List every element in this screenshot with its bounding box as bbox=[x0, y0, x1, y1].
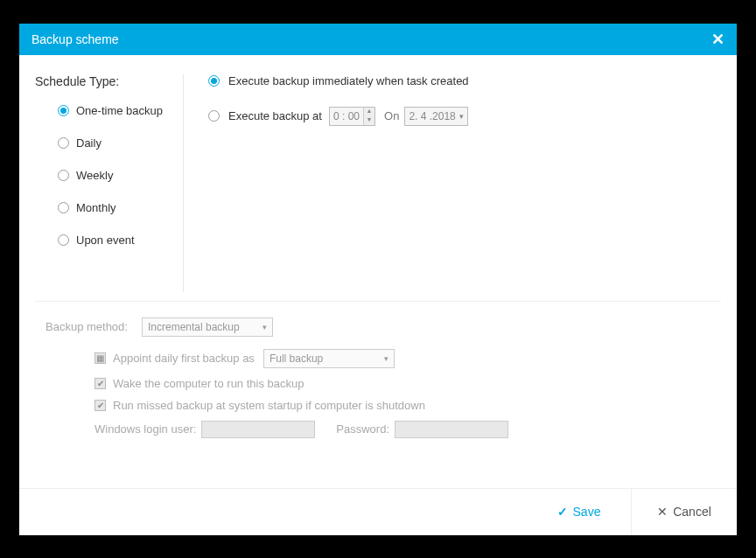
schedule-type-heading: Schedule Type: bbox=[35, 74, 183, 88]
radio-label: Weekly bbox=[76, 169, 113, 182]
date-input[interactable]: 2. 4 .2018 ▾ bbox=[404, 107, 467, 126]
backup-method-row: Backup method: Incremental backup ▾ bbox=[46, 317, 710, 337]
radio-icon bbox=[208, 75, 220, 87]
radio-icon bbox=[208, 110, 220, 122]
checkbox-appoint[interactable]: ▦ bbox=[94, 352, 106, 364]
close-icon[interactable]: ✕ bbox=[711, 30, 724, 49]
appoint-select[interactable]: Full backup ▾ bbox=[263, 349, 395, 368]
wake-row: ✔ Wake the computer to run this backup bbox=[94, 377, 710, 390]
run-missed-row: ✔ Run missed backup at system startup if… bbox=[94, 399, 710, 412]
on-label: On bbox=[384, 109, 399, 122]
radio-icon bbox=[58, 202, 69, 213]
backup-method-select[interactable]: Incremental backup ▾ bbox=[142, 317, 273, 337]
time-spinner[interactable]: ▲ ▼ bbox=[363, 108, 374, 125]
password-label: Password: bbox=[336, 422, 389, 436]
chevron-down-icon: ▾ bbox=[459, 112, 464, 121]
radio-label: Execute backup immediately when task cre… bbox=[228, 74, 469, 87]
backup-scheme-dialog: Backup scheme ✕ Schedule Type: One-time … bbox=[19, 24, 737, 535]
radio-icon bbox=[58, 137, 69, 149]
schedule-type-options: One-time backup Daily Weekly Monthly bbox=[58, 104, 183, 247]
radio-execute-at[interactable]: Execute backup at 0 : 00 ▲ ▼ On 2. 4 .20… bbox=[208, 107, 721, 126]
run-missed-label: Run missed backup at system startup if c… bbox=[113, 399, 425, 412]
radio-weekly[interactable]: Weekly bbox=[58, 169, 183, 182]
chevron-down-icon[interactable]: ▼ bbox=[364, 116, 374, 125]
time-input[interactable]: 0 : 00 ▲ ▼ bbox=[329, 107, 375, 126]
radio-label: Execute backup at bbox=[228, 109, 322, 122]
cancel-button[interactable]: ✕ Cancel bbox=[632, 489, 737, 535]
user-label: Windows login user: bbox=[94, 422, 196, 436]
appoint-label: Appoint daily first backup as bbox=[113, 352, 255, 365]
wake-label: Wake the computer to run this backup bbox=[113, 377, 304, 390]
execute-panel: Execute backup immediately when task cre… bbox=[184, 74, 721, 292]
dialog-title: Backup scheme bbox=[32, 32, 119, 46]
close-icon: ✕ bbox=[657, 505, 668, 519]
lower-panel: Backup method: Incremental backup ▾ ▦ Ap… bbox=[19, 314, 737, 456]
radio-icon bbox=[58, 234, 69, 246]
radio-monthly[interactable]: Monthly bbox=[58, 201, 183, 214]
upper-panel: Schedule Type: One-time backup Daily Wee… bbox=[19, 55, 737, 301]
password-input[interactable] bbox=[395, 421, 508, 438]
save-button[interactable]: ✓ Save bbox=[527, 489, 632, 535]
radio-label: Daily bbox=[76, 136, 102, 150]
titlebar: Backup scheme ✕ bbox=[19, 24, 737, 55]
radio-daily[interactable]: Daily bbox=[58, 136, 183, 150]
chevron-down-icon: ▾ bbox=[262, 323, 267, 331]
radio-execute-immediately[interactable]: Execute backup immediately when task cre… bbox=[208, 74, 721, 87]
dialog-body: Schedule Type: One-time backup Daily Wee… bbox=[19, 55, 737, 488]
chevron-down-icon: ▾ bbox=[384, 354, 388, 363]
user-input[interactable] bbox=[201, 421, 315, 438]
radio-label: Monthly bbox=[76, 201, 116, 214]
radio-label: One-time backup bbox=[76, 104, 163, 117]
radio-label: Upon event bbox=[76, 234, 135, 247]
divider bbox=[35, 301, 721, 302]
dialog-footer: ✓ Save ✕ Cancel bbox=[19, 488, 737, 535]
appoint-row: ▦ Appoint daily first backup as Full bac… bbox=[94, 349, 710, 368]
radio-icon bbox=[58, 105, 69, 116]
radio-icon bbox=[58, 170, 69, 181]
radio-upon-event[interactable]: Upon event bbox=[58, 234, 183, 247]
check-icon: ✓ bbox=[557, 505, 568, 519]
checkbox-wake[interactable]: ✔ bbox=[94, 378, 106, 389]
radio-onetime[interactable]: One-time backup bbox=[58, 104, 183, 117]
backup-method-label: Backup method: bbox=[46, 320, 128, 333]
schedule-type-panel: Schedule Type: One-time backup Daily Wee… bbox=[35, 74, 184, 292]
credentials-row: Windows login user: Password: bbox=[94, 421, 710, 438]
chevron-up-icon[interactable]: ▲ bbox=[364, 108, 374, 116]
checkbox-run-missed[interactable]: ✔ bbox=[94, 400, 106, 411]
